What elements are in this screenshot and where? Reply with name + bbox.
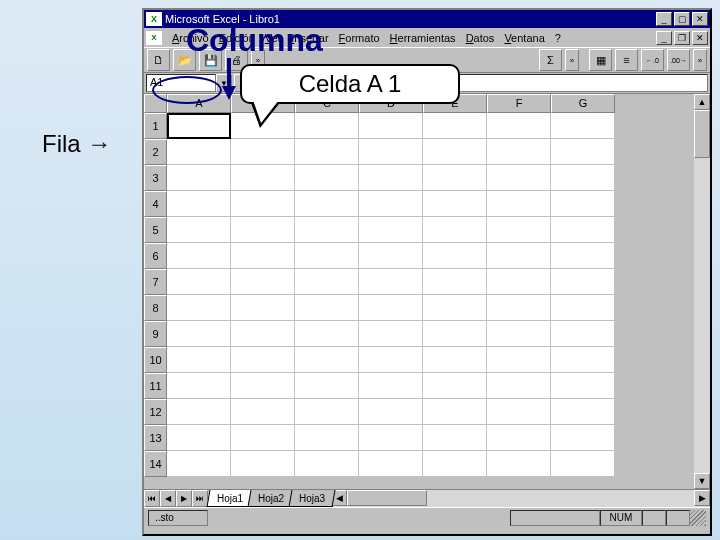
cell[interactable] — [423, 321, 487, 347]
cell[interactable] — [487, 347, 551, 373]
cell[interactable] — [359, 113, 423, 139]
row-header[interactable]: 2 — [144, 139, 167, 165]
cell[interactable] — [167, 269, 231, 295]
cell[interactable] — [423, 165, 487, 191]
cell[interactable] — [295, 191, 359, 217]
cell[interactable] — [295, 373, 359, 399]
maximize-button[interactable]: ▢ — [674, 12, 690, 26]
doc-icon[interactable]: X — [146, 31, 162, 45]
cell[interactable] — [231, 165, 295, 191]
cell[interactable] — [231, 139, 295, 165]
row-header[interactable]: 7 — [144, 269, 167, 295]
sheet-tab[interactable]: Hoja3 — [289, 490, 336, 507]
cell[interactable] — [167, 373, 231, 399]
sheet-tab-active[interactable]: Hoja1 — [207, 490, 254, 507]
cell[interactable] — [487, 113, 551, 139]
cell[interactable] — [487, 191, 551, 217]
cell[interactable] — [423, 139, 487, 165]
cell[interactable] — [295, 243, 359, 269]
cell[interactable] — [551, 165, 615, 191]
scroll-right-button[interactable]: ▶ — [694, 490, 710, 506]
cell[interactable] — [167, 321, 231, 347]
cell[interactable] — [359, 425, 423, 451]
row-header[interactable]: 11 — [144, 373, 167, 399]
cell[interactable] — [487, 243, 551, 269]
cell[interactable] — [231, 451, 295, 477]
cell[interactable] — [231, 425, 295, 451]
cell[interactable] — [167, 243, 231, 269]
cell[interactable] — [167, 347, 231, 373]
cell[interactable] — [423, 217, 487, 243]
cell[interactable] — [487, 425, 551, 451]
cell[interactable] — [231, 399, 295, 425]
cell[interactable] — [551, 295, 615, 321]
cell[interactable] — [423, 373, 487, 399]
cell[interactable] — [359, 217, 423, 243]
cell[interactable] — [167, 139, 231, 165]
mdi-minimize-button[interactable]: _ — [656, 31, 672, 45]
cell[interactable] — [167, 191, 231, 217]
cell[interactable] — [359, 165, 423, 191]
inc-decimal-icon[interactable]: ←.0 — [641, 49, 664, 71]
cell[interactable] — [551, 451, 615, 477]
cell[interactable] — [295, 347, 359, 373]
cell[interactable] — [551, 243, 615, 269]
column-header[interactable]: F — [487, 94, 551, 113]
row-header[interactable]: 14 — [144, 451, 167, 477]
cell[interactable] — [167, 425, 231, 451]
cell[interactable] — [167, 451, 231, 477]
cell[interactable] — [487, 217, 551, 243]
cell[interactable] — [551, 347, 615, 373]
row-header[interactable]: 12 — [144, 399, 167, 425]
cell[interactable] — [423, 425, 487, 451]
row-header[interactable]: 3 — [144, 165, 167, 191]
minimize-button[interactable]: _ — [656, 12, 672, 26]
menu-formato[interactable]: Formato — [339, 32, 380, 44]
cell[interactable] — [423, 451, 487, 477]
cell[interactable] — [359, 269, 423, 295]
cell[interactable] — [295, 321, 359, 347]
cell[interactable] — [487, 139, 551, 165]
cell[interactable] — [359, 347, 423, 373]
cell[interactable] — [487, 269, 551, 295]
mdi-close-button[interactable]: ✕ — [692, 31, 708, 45]
cell[interactable] — [551, 139, 615, 165]
cell[interactable] — [551, 113, 615, 139]
row-header[interactable]: 13 — [144, 425, 167, 451]
cell[interactable] — [167, 399, 231, 425]
mdi-restore-button[interactable]: ❐ — [674, 31, 690, 45]
cell[interactable] — [487, 373, 551, 399]
row-header[interactable]: 5 — [144, 217, 167, 243]
cell[interactable] — [423, 191, 487, 217]
scroll-down-button[interactable]: ▼ — [694, 473, 710, 489]
menu-help[interactable]: ? — [555, 32, 561, 44]
cell[interactable] — [295, 425, 359, 451]
scroll-up-button[interactable]: ▲ — [694, 94, 710, 110]
cell[interactable] — [487, 451, 551, 477]
row-header[interactable]: 4 — [144, 191, 167, 217]
cell[interactable] — [423, 399, 487, 425]
cell[interactable] — [359, 191, 423, 217]
cell[interactable] — [295, 113, 359, 139]
cell[interactable] — [295, 399, 359, 425]
menu-herramientas[interactable]: Herramientas — [390, 32, 456, 44]
border-icon[interactable]: ▦ — [589, 49, 612, 71]
vertical-scrollbar[interactable]: ▲ ▼ — [694, 94, 710, 489]
cell[interactable] — [551, 269, 615, 295]
sum-icon[interactable]: Σ — [539, 49, 562, 71]
close-button[interactable]: ✕ — [692, 12, 708, 26]
menu-datos[interactable]: Datos — [466, 32, 495, 44]
cell[interactable] — [423, 113, 487, 139]
cell[interactable] — [295, 217, 359, 243]
dec-decimal-icon[interactable]: .00→ — [667, 49, 690, 71]
row-header[interactable]: 6 — [144, 243, 167, 269]
cell[interactable] — [167, 165, 231, 191]
row-header[interactable]: 8 — [144, 295, 167, 321]
cell[interactable] — [295, 451, 359, 477]
sheet-tab[interactable]: Hoja2 — [248, 490, 295, 507]
cell[interactable] — [423, 269, 487, 295]
cell[interactable] — [231, 191, 295, 217]
cell[interactable] — [487, 295, 551, 321]
cell[interactable] — [359, 139, 423, 165]
cell[interactable] — [359, 243, 423, 269]
